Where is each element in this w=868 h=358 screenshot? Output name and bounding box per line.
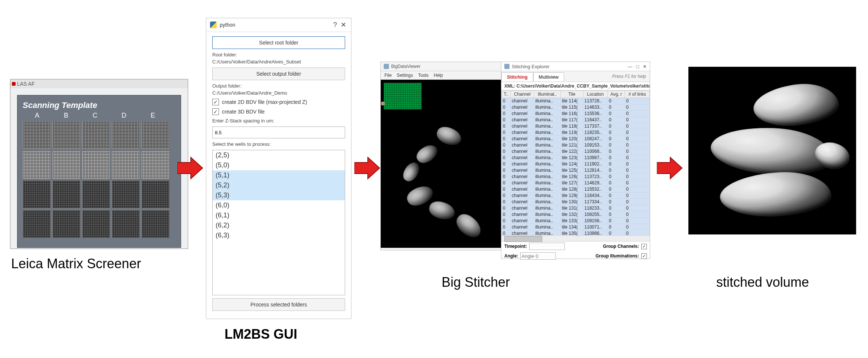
output-folder-path: C:/Users/Volker/Data/Andre_Demo	[212, 90, 345, 96]
well[interactable]	[82, 210, 110, 238]
well-option[interactable]: (5,0)	[213, 160, 345, 170]
well-option[interactable]: (6,0)	[213, 200, 345, 210]
menu-file[interactable]: File	[384, 73, 392, 78]
well-option[interactable]: (6,1)	[213, 210, 345, 220]
table-header[interactable]: Tile	[560, 91, 583, 98]
se-table-wrap[interactable]: T..ChannelIlluminat..TileLocationAvg. r#…	[501, 91, 650, 236]
table-row[interactable]: 0channelillumina..tile 129(116434..00	[502, 193, 650, 199]
timepoint-input[interactable]	[529, 243, 565, 250]
table-row[interactable]: 0channelillumina..tile 119(118235..00	[502, 129, 650, 136]
table-header[interactable]: Avg. r	[607, 91, 625, 98]
tab-multiview[interactable]: Multiview	[533, 72, 564, 81]
table-row[interactable]: 0channelillumina..tile 134(110071..00	[502, 224, 650, 230]
zspacing-input[interactable]	[212, 127, 345, 138]
se-titlebar[interactable]: Stitching Explorer — □ ✕	[501, 62, 650, 71]
bdv-titlebar[interactable]: BigDataViewer	[381, 62, 501, 71]
table-row[interactable]: 0channelillumina..tile 118(117337..00	[502, 123, 650, 129]
table-header[interactable]: # of links	[625, 91, 650, 98]
wells-listbox[interactable]: (2,5)(5,0)(5,1)(5,2)(5,3)(6,0)(6,1)(6,2)…	[212, 150, 345, 295]
scrollbar-thumb[interactable]	[504, 236, 542, 242]
table-row[interactable]: 0channelillumina..tile 122(110068..00	[502, 148, 650, 155]
well[interactable]	[112, 210, 140, 238]
well[interactable]	[82, 151, 110, 179]
well[interactable]	[52, 151, 81, 179]
table-row[interactable]: 0channelillumina..tile 132(108255..00	[502, 211, 650, 218]
minimize-button[interactable]: —	[628, 64, 632, 69]
well[interactable]	[23, 210, 51, 238]
well[interactable]	[112, 151, 140, 179]
table-row[interactable]: 0channelillumina..tile 131(118233..00	[502, 205, 650, 211]
table-row[interactable]: 0channelillumina..tile 115(114633..00	[502, 104, 650, 111]
table-header[interactable]: Illuminat..	[534, 91, 561, 98]
well[interactable]	[82, 121, 110, 149]
menu-settings[interactable]: Settings	[397, 73, 413, 78]
horizontal-scrollbar[interactable]	[501, 236, 650, 241]
tab-stitching[interactable]: Stitching	[501, 72, 533, 81]
checkbox-3d-bdv[interactable]: ✓ create 3D BDV file	[212, 108, 345, 115]
lm2bs-titlebar[interactable]: python ? ✕	[206, 18, 351, 32]
table-row[interactable]: 0channelillumina..tile 130(117334..00	[502, 199, 650, 205]
group-channels-checkbox[interactable]: ✓	[641, 244, 647, 249]
table-row[interactable]: 0channelillumina..tile 133(109158..00	[502, 218, 650, 224]
table-row[interactable]: 0channelillumina..tile 135(110986..00	[502, 230, 650, 236]
well-option[interactable]: (6,2)	[213, 220, 345, 230]
table-row[interactable]: 0channelillumina..tile 124(111902..00	[502, 161, 650, 167]
select-output-button[interactable]: Select output folder	[212, 68, 345, 80]
table-row[interactable]: 0channelillumina..tile 120(108247..00	[502, 136, 650, 142]
table-cell: tile 124(	[560, 161, 583, 167]
well[interactable]	[23, 121, 51, 149]
close-button[interactable]: ✕	[643, 64, 647, 69]
well[interactable]	[141, 151, 170, 179]
table-row[interactable]: 0channelillumina..tile 114(113728..00	[502, 98, 650, 104]
checkbox-2d-bdv[interactable]: ✓ create 2D BDV file (max-projected Z)	[212, 99, 345, 105]
table-header[interactable]: Channel	[511, 91, 534, 98]
checkbox-icon[interactable]: ✓	[212, 99, 219, 105]
bdv-viewport[interactable]	[381, 80, 501, 248]
help-button[interactable]: ?	[331, 21, 339, 29]
well-option[interactable]: (5,1)	[213, 170, 345, 180]
well[interactable]	[52, 210, 81, 238]
table-row[interactable]: 0channelillumina..tile 126(113723..00	[502, 174, 650, 180]
table-header[interactable]: T..	[502, 91, 511, 98]
angle-input[interactable]	[520, 252, 556, 260]
table-row[interactable]: 0channelillumina..tile 123(110987..00	[502, 155, 650, 161]
well[interactable]	[23, 151, 51, 179]
well[interactable]	[112, 180, 140, 208]
well[interactable]	[23, 180, 51, 208]
checkbox-icon[interactable]: ✓	[212, 108, 219, 115]
table-cell: 0	[625, 174, 650, 180]
table-cell: illumina..	[534, 199, 561, 205]
process-button[interactable]: Process selected folders	[212, 298, 345, 311]
table-cell: 0	[625, 123, 650, 129]
table-row[interactable]: 0channelillumina..tile 127(114629..00	[502, 180, 650, 186]
select-root-button[interactable]: Select root folder	[212, 36, 345, 49]
menu-help[interactable]: Help	[434, 73, 443, 78]
well[interactable]	[82, 180, 110, 208]
well-option[interactable]: (6,3)	[213, 230, 345, 240]
bdv-menubar[interactable]: File Settings Tools Help	[381, 71, 501, 80]
well-grid[interactable]	[17, 119, 181, 245]
bdv-minimap[interactable]	[384, 83, 422, 109]
well-option[interactable]: (5,3)	[213, 190, 345, 200]
table-row[interactable]: 0channelillumina..tile 116(115536..00	[502, 111, 650, 117]
well-option[interactable]: (5,2)	[213, 180, 345, 190]
well[interactable]	[141, 180, 170, 208]
well[interactable]	[141, 121, 170, 149]
well[interactable]	[52, 121, 81, 149]
maximize-button[interactable]: □	[636, 64, 639, 69]
close-button[interactable]: ✕	[339, 21, 347, 29]
menu-tools[interactable]: Tools	[418, 73, 429, 78]
table-row[interactable]: 0channelillumina..tile 117(116437..00	[502, 117, 650, 123]
table-row[interactable]: 0channelillumina..tile 121(109153..00	[502, 142, 650, 148]
table-row[interactable]: 0channelillumina..tile 125(112814..00	[502, 167, 650, 174]
well[interactable]	[52, 180, 81, 208]
table-header[interactable]: Location	[583, 91, 607, 98]
se-table[interactable]: T..ChannelIlluminat..TileLocationAvg. r#…	[501, 91, 650, 236]
minimap-handle-icon[interactable]	[381, 102, 385, 105]
well[interactable]	[112, 121, 140, 149]
table-row[interactable]: 0channelillumina..tile 128(115532..00	[502, 186, 650, 193]
group-illum-checkbox[interactable]: ✓	[641, 253, 647, 259]
well-column-headers: A B C D E	[17, 112, 181, 119]
well-option[interactable]: (2,5)	[213, 150, 345, 160]
well[interactable]	[141, 210, 170, 238]
